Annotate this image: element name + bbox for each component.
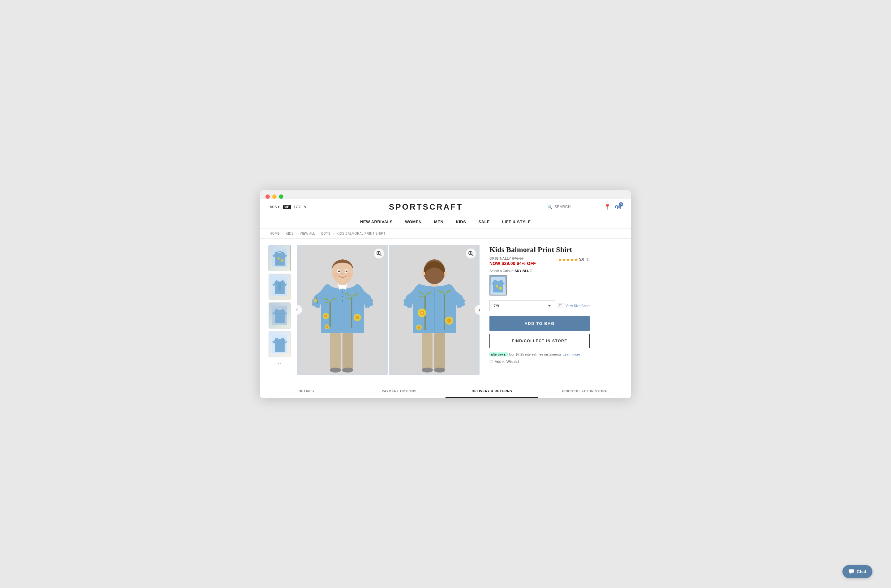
main-nav: NEW ARRIVALS WOMEN MEN KIDS SALE LIFE & … [260,215,631,229]
rating-block[interactable]: ★★★★★ 5.0 (1) [558,256,590,262]
rating-count: (1) [586,258,590,261]
chat-button[interactable]: Chat [843,565,873,578]
original-price: ORIGINALLY $79.99 [490,256,536,260]
next-image-button[interactable]: › [475,305,484,315]
svg-point-21 [356,316,359,320]
site-header: AUS ▾ VIP LOG IN SPORTSCRAFT 🔍 📍 🛍 3 [260,199,631,215]
zoom-button-front[interactable] [374,249,384,258]
nav-women[interactable]: WOMEN [405,219,422,224]
product-layout: ﹀ ‹ [260,238,631,381]
search-input[interactable] [554,205,598,209]
svg-line-61 [472,254,474,256]
cart-button[interactable]: 🛍 3 [615,203,621,210]
colour-swatch-sky-blue[interactable] [490,275,507,296]
price-block: ORIGINALLY $79.99 NOW $29.00 64% OFF [490,256,536,266]
traffic-light-red[interactable] [266,195,270,199]
breadcrumb-kids[interactable]: KIDS [286,232,294,235]
svg-point-34 [341,273,344,275]
svg-rect-9 [330,333,341,370]
breadcrumb-view-all[interactable]: VIEW ALL [300,232,315,235]
tab-details[interactable]: DETAILS [260,384,353,398]
svg-point-35 [334,273,338,277]
svg-rect-42 [422,333,433,370]
svg-rect-67 [558,304,564,308]
svg-point-30 [338,270,340,272]
chat-icon [849,569,854,574]
brand-logo[interactable]: SPORTSCRAFT [306,202,545,212]
thumbnail-scroll-down[interactable]: ﹀ [276,360,283,369]
zoom-button-back[interactable] [466,249,476,258]
sale-price: NOW $29.00 64% OFF [490,261,536,266]
size-chart-link[interactable]: View Size Chart [558,304,590,308]
svg-point-2 [281,259,284,262]
header-right: 🔍 📍 🛍 3 [545,203,621,210]
svg-point-50 [421,312,423,314]
svg-point-12 [342,368,353,372]
svg-point-15 [341,300,343,302]
svg-point-53 [447,318,451,323]
nav-kids[interactable]: KIDS [456,219,466,224]
product-info-panel: Kids Balmoral Print Shirt ORIGINALLY $79… [484,245,590,375]
aus-selector[interactable]: AUS ▾ [270,205,279,209]
afterpay-learn-more[interactable]: Learn more [563,352,580,356]
traffic-light-yellow[interactable] [272,195,276,199]
afterpay-text: four $7.25 interest-free instalments [509,352,562,356]
tab-find-collect[interactable]: FIND/COLLECT IN STORE [538,384,631,398]
svg-point-18 [324,314,327,318]
svg-rect-5 [278,282,281,291]
svg-point-23 [326,326,328,328]
svg-point-59 [444,272,447,276]
breadcrumb-boys[interactable]: BOYS [321,232,331,235]
thumbnail-1[interactable] [269,245,291,271]
thumbnail-4[interactable] [269,331,291,357]
svg-point-32 [339,271,340,272]
nav-life-style[interactable]: LIFE & STYLE [502,219,531,224]
star-rating: ★★★★★ [558,256,578,262]
breadcrumb-sep-2: › [296,232,297,235]
svg-rect-10 [343,333,353,370]
find-collect-button[interactable]: FIND/COLLECT IN STORE [490,334,590,348]
login-button[interactable]: LOG IN [294,205,306,208]
svg-point-65 [496,285,498,288]
svg-point-55 [417,326,421,329]
svg-point-31 [346,270,347,272]
nav-men[interactable]: MEN [434,219,443,224]
price-rating-row: ORIGINALLY $79.99 NOW $29.00 64% OFF ★★★… [490,256,590,266]
vip-badge: VIP [283,205,291,209]
size-chart-label: View Size Chart [565,304,590,308]
breadcrumb: HOME › KIDS › VIEW ALL › BOYS › KIDS BAL… [260,229,631,238]
add-to-wishlist-link[interactable]: ♡ Add to Wishlist [490,360,590,364]
search-box: 🔍 [545,204,600,210]
location-icon[interactable]: 📍 [604,203,611,210]
breadcrumb-home[interactable]: HOME [270,232,279,235]
product-tabs: DETAILS PAYMENT OPTIONS DELIVERY & RETUR… [260,384,631,398]
thumbnail-3[interactable] [269,302,291,328]
chevron-down-icon: ▾ [278,205,279,209]
size-select[interactable]: 7/8 [490,300,555,311]
product-image-back [389,245,479,375]
nav-sale[interactable]: SALE [478,219,490,224]
add-to-bag-button[interactable]: ADD TO BAG [490,316,590,331]
breadcrumb-sep-3: › [318,232,319,235]
tab-payment-options[interactable]: PAYMENT OPTIONS [353,384,446,398]
wishlist-label: Add to Wishlist [495,360,519,364]
svg-point-44 [422,368,433,372]
svg-point-13 [341,291,343,293]
thumbnail-2[interactable] [269,274,291,300]
svg-point-1 [277,257,279,260]
svg-rect-43 [434,333,445,370]
colour-swatches [490,275,590,296]
traffic-light-green[interactable] [279,195,283,199]
nav-new-arrivals[interactable]: NEW ARRIVALS [360,219,392,224]
breadcrumb-current: KIDS BALMORAL PRINT SHIRT [337,232,386,235]
aus-label: AUS [270,205,277,208]
svg-point-66 [499,286,502,290]
svg-point-11 [330,368,341,372]
tab-delivery-returns[interactable]: DELIVERY & RETURNS [446,384,538,398]
chat-label: Chat [856,569,866,574]
size-selector-row: 7/8 View Size Chart [490,300,590,311]
prev-image-button[interactable]: ‹ [292,305,302,315]
afterpay-logo: afterpay▲ [490,352,508,357]
colour-label: Select a Colour: SKY BLUE [490,269,590,273]
svg-point-33 [347,271,347,272]
